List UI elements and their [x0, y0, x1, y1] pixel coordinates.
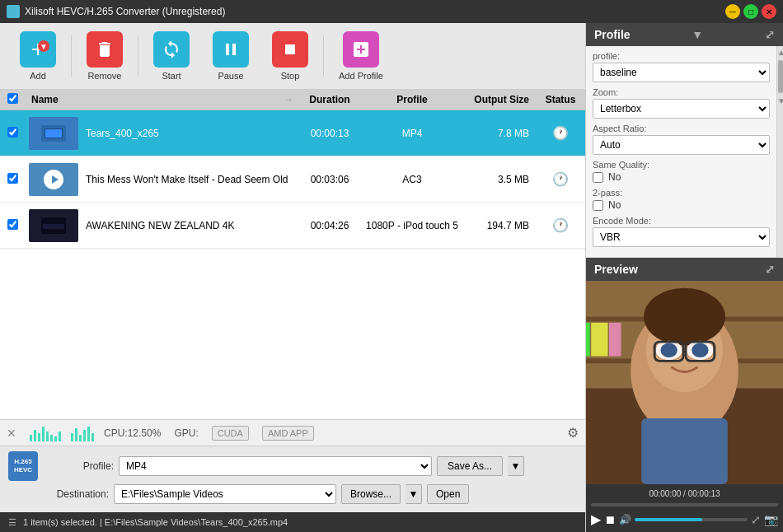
- profile-settings: profile: baselinemainhigh Zoom: Letterbo…: [586, 46, 776, 258]
- two-pass-checkbox-row: No: [593, 199, 770, 211]
- svg-rect-2: [45, 129, 62, 138]
- file-list: Tears_400_x265 00:00:13 MP4 7.8 MB 🕐 Thi…: [0, 110, 585, 419]
- table-row[interactable]: This Mess Won't Make Itself - Dead Seem …: [0, 156, 585, 203]
- svg-rect-13: [586, 323, 590, 357]
- gpu-label: GPU:: [174, 427, 198, 439]
- profile-value-select[interactable]: baselinemainhigh: [593, 63, 770, 82]
- row-checkbox[interactable]: [7, 173, 18, 184]
- right-scrollbar[interactable]: ▲ ▼: [776, 46, 783, 258]
- destination-select[interactable]: E:\Files\Sample Videos: [114, 484, 336, 504]
- same-quality-label: Same Quality:: [593, 160, 770, 170]
- preview-video: [586, 281, 783, 484]
- add-profile-label: Add Profile: [339, 71, 383, 81]
- thumbnail: [29, 209, 78, 242]
- play-button[interactable]: ▶: [591, 511, 601, 527]
- stop-button[interactable]: Stop: [260, 28, 320, 84]
- destination-label: Destination:: [43, 488, 109, 500]
- scroll-up-icon[interactable]: ▲: [777, 46, 783, 58]
- status-icon: 🕐: [552, 126, 569, 140]
- add-profile-icon: [343, 31, 379, 68]
- status-bar: ☰ 1 item(s) selected. | E:\Files\Sample …: [0, 512, 585, 532]
- waveform-display-2: [71, 425, 94, 441]
- add-button[interactable]: ▼ Add: [8, 28, 68, 84]
- maximize-button[interactable]: □: [743, 4, 758, 19]
- status-icon: 🕐: [552, 172, 569, 186]
- waveform-display: [30, 425, 61, 441]
- list-icon[interactable]: ☰: [8, 517, 16, 528]
- two-pass-label: 2-pass:: [593, 188, 770, 198]
- toolbar: ▼ Add Remove Start: [0, 23, 585, 90]
- close-button[interactable]: ✕: [762, 4, 776, 19]
- amd-button[interactable]: AMD APP: [262, 426, 314, 441]
- browse-button[interactable]: Browse...: [341, 484, 401, 504]
- remove-button[interactable]: Remove: [75, 28, 134, 84]
- same-quality-checkbox-row: No: [593, 171, 770, 183]
- preview-title: Preview: [594, 263, 638, 276]
- stop-player-button[interactable]: ⏹: [604, 513, 616, 526]
- expand-preview-button[interactable]: ⤢: [751, 513, 761, 526]
- video-frame: [586, 281, 783, 484]
- thumbnail: [29, 117, 78, 150]
- volume-slider[interactable]: [635, 518, 748, 521]
- encode-mode-select[interactable]: VBRCBRCRF: [593, 227, 770, 247]
- scroll-thumb[interactable]: [778, 60, 783, 93]
- zoom-select[interactable]: LetterboxPan & ScanFull: [593, 99, 770, 119]
- separator: [323, 35, 324, 77]
- save-as-button[interactable]: Save As...: [437, 456, 503, 476]
- pause-label: Pause: [218, 71, 243, 81]
- destination-control-row: Destination: E:\Files\Sample Videos Brow…: [43, 484, 577, 504]
- file-name: AWAKENING NEW ZEALAND 4K: [82, 220, 297, 231]
- app-title: Xilisoft HEVC/H.265 Converter (Unregiste…: [25, 6, 225, 17]
- separator: [138, 35, 138, 77]
- minimize-button[interactable]: ─: [725, 4, 740, 19]
- same-quality-field-row: Same Quality: No: [593, 160, 770, 183]
- profile-label: Profile:: [48, 460, 114, 472]
- preview-header: Preview ⤢: [586, 258, 783, 281]
- open-button[interactable]: Open: [427, 484, 469, 504]
- start-button[interactable]: Start: [142, 28, 201, 84]
- volume-icon[interactable]: 🔊: [619, 514, 631, 525]
- window-controls: ─ □ ✕: [725, 4, 776, 19]
- zoom-field-row: Zoom: LetterboxPan & ScanFull: [593, 87, 770, 119]
- browse-dropdown-button[interactable]: ▼: [406, 484, 422, 504]
- cpu-gpu-info: CPU:12.50% GPU: CUDA AMD APP: [104, 426, 557, 441]
- select-all-checkbox[interactable]: [7, 93, 18, 104]
- row-checkbox[interactable]: [7, 219, 18, 230]
- preview-expand-icon[interactable]: ⤢: [765, 263, 775, 276]
- screenshot-button[interactable]: 📷: [764, 513, 778, 526]
- add-profile-button[interactable]: Add Profile: [327, 28, 395, 84]
- cuda-button[interactable]: CUDA: [212, 426, 249, 441]
- scroll-down-icon[interactable]: ▼: [777, 95, 783, 107]
- save-as-dropdown-button[interactable]: ▼: [508, 456, 524, 476]
- encode-mode-field-row: Encode Mode: VBRCBRCRF: [593, 216, 770, 247]
- pause-button[interactable]: Pause: [201, 28, 260, 84]
- codec-icon: H.265HEVC: [8, 451, 38, 481]
- player-buttons: ▶ ⏹ 🔊 ⤢ 📷: [591, 510, 778, 529]
- file-profile: AC3: [363, 174, 462, 185]
- aspect-ratio-select[interactable]: Auto4:316:9: [593, 135, 770, 155]
- table-row[interactable]: Tears_400_x265 00:00:13 MP4 7.8 MB 🕐: [0, 110, 585, 156]
- file-output-size: 7.8 MB: [462, 128, 536, 139]
- encode-mode-label: Encode Mode:: [593, 216, 770, 226]
- table-header: Name → Duration Profile Output Size Stat…: [0, 90, 585, 110]
- same-quality-checkbox[interactable]: [593, 172, 603, 183]
- profile-panel-header: Profile ▼ ⤢: [586, 23, 783, 46]
- svg-point-22: [692, 343, 708, 357]
- playback-progress-bar[interactable]: [591, 503, 778, 506]
- profile-select[interactable]: MP4MKVAVI: [119, 456, 432, 476]
- profile-control-row: H.265HEVC Profile: MP4MKVAVI Save As... …: [8, 451, 577, 481]
- profile-expand-icon[interactable]: ▼: [692, 28, 703, 41]
- svg-rect-26: [641, 418, 728, 484]
- profile-maximize-icon[interactable]: ⤢: [765, 28, 775, 41]
- table-row[interactable]: AWAKENING NEW ZEALAND 4K 00:04:26 1080P …: [0, 203, 585, 249]
- settings-icon[interactable]: ⚙: [567, 425, 579, 441]
- output-size-header: Output Size: [462, 94, 536, 105]
- cpu-label: CPU:12.50%: [104, 427, 161, 439]
- svg-rect-4: [43, 224, 64, 229]
- row-checkbox[interactable]: [7, 127, 18, 138]
- status-header: Status: [536, 94, 585, 105]
- aspect-ratio-field-row: Aspect Ratio: Auto4:316:9: [593, 124, 770, 155]
- two-pass-checkbox[interactable]: [593, 200, 603, 211]
- close-perf-icon[interactable]: ✕: [7, 427, 16, 440]
- file-duration: 00:03:06: [297, 174, 363, 185]
